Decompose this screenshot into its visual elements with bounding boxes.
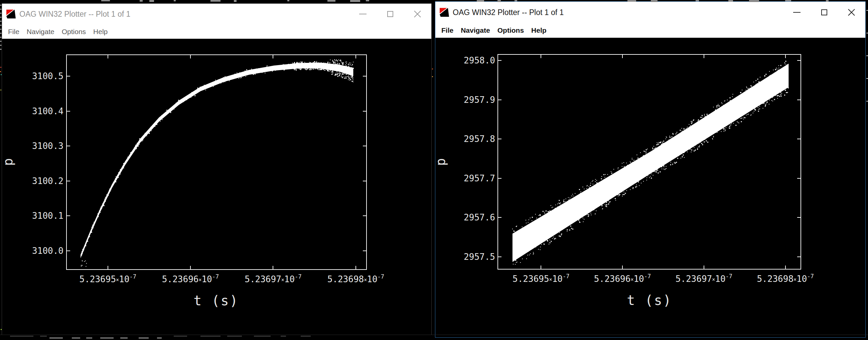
maximize-button[interactable] [810,2,838,23]
noise-dot [166,110,167,111]
noise-dot [632,162,633,163]
noise-dot [333,60,333,61]
noise-dot [657,149,658,150]
noise-dot [549,214,550,215]
noise-dot [134,147,135,148]
noise-dot [322,69,322,69]
noise-dot [309,62,310,62]
noise-dot [732,94,733,94]
noise-dot [315,68,316,69]
noise-dot [342,76,343,77]
oag-logo-icon[interactable] [440,8,449,17]
noise-dot [783,89,784,89]
background-artifact [0,45,1,46]
noise-dot [352,76,353,77]
noise-dot [627,165,628,166]
noise-dot [680,130,681,131]
menu-navigate[interactable]: Navigate [457,26,494,34]
menu-options[interactable]: Options [58,28,90,36]
noise-dot [553,235,554,236]
noise-dot [344,73,345,74]
noise-dot [555,205,556,206]
noise-dot [523,252,524,252]
y-tick-label: 3100.2 [32,176,63,186]
noise-dot [318,62,319,63]
noise-dot [342,72,343,73]
noise-dot [176,103,177,103]
noise-dot [597,205,598,206]
minimize-button[interactable] [783,2,810,23]
noise-dot [619,195,620,196]
noise-dot [100,212,101,213]
menu-options[interactable]: Options [494,26,528,34]
titlebar[interactable]: OAG WIN32 Plotter -- Plot 1 of 1 [2,4,431,24]
close-button[interactable] [404,4,431,24]
noise-dot [323,69,324,70]
plot-client-area[interactable]: 2958.02957.92957.82957.72957.62957.55.23… [435,38,865,337]
noise-dot [516,226,517,227]
noise-dot [772,97,773,98]
noise-dot [621,189,622,190]
noise-dot [626,190,627,191]
data-band [81,63,353,258]
noise-dot [780,69,780,70]
noise-dot [557,210,557,210]
noise-dot [334,75,335,76]
titlebar[interactable]: OAG WIN32 Plotter -- Plot 1 of 1 [435,2,865,23]
noise-dot [670,141,671,142]
noise-dot [527,255,528,255]
noise-dot [183,101,184,102]
noise-dot [636,180,637,181]
noise-dot [726,127,726,128]
noise-dot [550,240,550,240]
noise-dot [701,117,702,118]
noise-dot [663,165,664,166]
noise-dot [598,206,598,207]
oag-logo-icon[interactable] [6,9,16,19]
noise-dot [593,180,593,181]
minimize-button[interactable] [349,4,376,24]
menu-help[interactable]: Help [528,26,550,34]
noise-dot [86,263,87,264]
noise-dot [320,69,321,70]
noise-dot [272,70,273,71]
menu-help[interactable]: Help [90,28,111,36]
noise-dot [693,126,694,127]
menu-file[interactable]: File [438,26,457,34]
noise-dot [545,241,545,242]
menu-file[interactable]: File [4,28,23,36]
background-artifact [0,5,1,6]
noise-dot [557,207,558,208]
noise-dot [298,63,299,64]
noise-dot [664,169,665,170]
menu-navigate[interactable]: Navigate [23,28,58,36]
noise-dot [622,196,623,196]
noise-dot [715,110,716,111]
maximize-button[interactable] [376,4,404,24]
noise-dot [721,131,722,132]
noise-dot [596,180,597,181]
noise-dot [612,196,612,197]
noise-dot [695,144,695,144]
background-artifact [138,337,149,339]
plot-client-area[interactable]: 3100.53100.43100.33100.23100.13100.05.23… [2,39,431,335]
noise-dot [618,196,618,196]
close-button[interactable] [838,2,865,23]
noise-dot [296,68,297,68]
noise-dot [604,200,605,201]
noise-dot [329,71,330,71]
noise-dot [167,110,167,110]
noise-dot [341,65,342,66]
noise-dot [590,183,591,183]
noise-dot [299,62,300,63]
noise-dot [682,131,682,131]
y-tick-label: 3100.0 [32,246,63,256]
noise-dot [649,177,650,178]
noise-dot [341,73,342,74]
noise-dot [127,157,128,157]
noise-dot [540,249,540,250]
noise-dot [515,233,516,234]
noise-dot [544,212,545,212]
noise-dot [662,142,662,142]
noise-dot [624,167,625,167]
